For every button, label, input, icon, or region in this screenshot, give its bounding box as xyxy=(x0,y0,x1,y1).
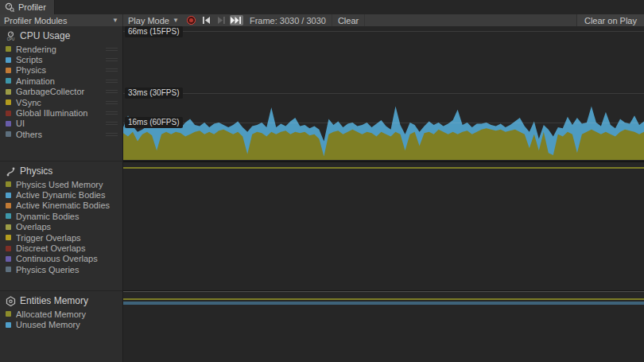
legend-item-allocated-memory[interactable]: Allocated Memory xyxy=(0,309,122,319)
physics-joint-icon xyxy=(5,165,16,177)
legend-item-active-kinematic-bodies[interactable]: Active Kinematic Bodies xyxy=(0,200,122,211)
legend-swatch xyxy=(6,213,11,219)
unused-memory-band xyxy=(123,302,644,305)
legend-label: Active Kinematic Bodies xyxy=(16,200,119,210)
legend-label: Physics Queries xyxy=(16,265,119,274)
legend-value-dashes xyxy=(106,133,119,136)
legend-swatch xyxy=(6,68,11,73)
legend-item-trigger-overlaps[interactable]: Trigger Overlaps xyxy=(0,232,122,243)
physics-chart[interactable] xyxy=(123,162,644,291)
record-icon xyxy=(187,16,196,25)
step-forward-icon xyxy=(217,17,226,24)
module-title: Entities Memory xyxy=(20,295,88,306)
first-frame-button[interactable] xyxy=(200,15,213,25)
legend-label: Discreet Overlaps xyxy=(16,243,119,253)
next-frame-button[interactable] xyxy=(215,15,228,25)
chevron-down-icon: ▼ xyxy=(173,18,179,24)
legend-item-ui[interactable]: UI xyxy=(0,119,122,129)
clear-button[interactable]: Clear xyxy=(332,14,365,26)
module-sidebar: CPUCPU UsageRenderingScriptsPhysicsAnima… xyxy=(0,26,123,362)
legend-swatch xyxy=(6,121,11,127)
legend-value-dashes xyxy=(106,111,119,115)
legend-swatch xyxy=(6,256,11,262)
legend-label: Trigger Overlaps xyxy=(16,233,119,243)
legend-label: UI xyxy=(16,119,106,128)
gridline-label-16ms: 16ms (60FPS) xyxy=(125,117,183,128)
legend-item-continuous-overlaps[interactable]: Continuous Overlaps xyxy=(0,254,122,264)
legend-label: Overlaps xyxy=(16,222,119,232)
legend-item-global-illumination[interactable]: Global Illumination xyxy=(0,107,122,118)
legend-swatch xyxy=(6,193,11,198)
chart-area: 66ms (15FPS)33ms (30FPS)16ms (60FPS) xyxy=(123,26,644,362)
legend-label: Allocated Memory xyxy=(16,309,119,319)
legend-value-dashes xyxy=(106,101,119,104)
legend-label: Scripts xyxy=(16,55,106,64)
legend-swatch xyxy=(6,99,11,105)
legend-swatch xyxy=(6,46,11,52)
legend-item-overlaps[interactable]: Overlaps xyxy=(0,222,122,232)
tab-profiler[interactable]: Profiler xyxy=(0,0,55,14)
module-title: CPU Usage xyxy=(20,30,70,41)
play-mode-label: Play Mode xyxy=(128,16,169,25)
legend-item-garbagecollector[interactable]: GarbageCollector xyxy=(0,87,122,97)
legend-label: Animation xyxy=(16,76,106,86)
legend-value-dashes xyxy=(106,122,119,125)
legend-item-active-dynamic-bodies[interactable]: Active Dynamic Bodies xyxy=(0,189,122,200)
entities-memory-icon xyxy=(5,295,16,306)
gridline-label-66ms: 66ms (15FPS) xyxy=(125,26,183,37)
profiler-icon xyxy=(4,2,15,13)
gridline-label-33ms: 33ms (30FPS) xyxy=(125,88,183,99)
legend-swatch xyxy=(6,111,11,116)
skip-to-last-icon xyxy=(231,17,242,24)
legend-swatch xyxy=(6,235,11,240)
gridline-33ms xyxy=(123,93,644,94)
legend-value-dashes xyxy=(106,90,119,93)
legend-item-animation[interactable]: Animation xyxy=(0,76,122,86)
module-header-physics[interactable]: Physics xyxy=(0,162,122,179)
frame-counter: Frame: 3030 / 3030 xyxy=(244,16,332,25)
legend-label: Physics Used Memory xyxy=(16,180,119,189)
legend-item-scripts[interactable]: Scripts xyxy=(0,54,122,64)
legend-label: Dynamic Bodies xyxy=(16,212,119,221)
clear-on-play-button[interactable]: Clear on Play xyxy=(576,14,644,26)
legend-swatch xyxy=(6,322,11,328)
legend-swatch xyxy=(6,203,11,208)
module-physics: PhysicsPhysics Used MemoryActive Dynamic… xyxy=(0,161,122,290)
legend-item-dynamic-bodies[interactable]: Dynamic Bodies xyxy=(0,211,122,221)
legend-item-discreet-overlaps[interactable]: Discreet Overlaps xyxy=(0,243,122,253)
record-button[interactable] xyxy=(184,15,198,25)
profiler-window: Profiler Profiler Modules ▼ Play Mode ▼ xyxy=(0,0,644,362)
legend-item-unused-memory[interactable]: Unused Memory xyxy=(0,319,122,329)
legend-label: GarbageCollector xyxy=(16,87,106,96)
svg-text:CPU: CPU xyxy=(6,37,14,41)
entities-memory-chart[interactable] xyxy=(123,291,644,362)
legend-swatch xyxy=(6,89,11,95)
module-header-entities[interactable]: Entities Memory xyxy=(0,291,122,309)
legend-value-dashes xyxy=(106,58,119,61)
gridline-66ms xyxy=(123,31,644,32)
legend-label: Physics xyxy=(16,65,106,75)
toolbar: Profiler Modules ▼ Play Mode ▼ xyxy=(0,14,644,27)
tab-bar: Profiler xyxy=(0,0,644,15)
legend-swatch xyxy=(6,78,11,84)
legend-item-rendering[interactable]: Rendering xyxy=(0,44,122,54)
legend-swatch xyxy=(6,246,11,251)
legend-item-physics[interactable]: Physics xyxy=(0,65,122,76)
legend-value-dashes xyxy=(106,80,119,83)
current-frame-button[interactable] xyxy=(230,15,243,25)
play-mode-dropdown[interactable]: Play Mode ▼ xyxy=(123,14,184,26)
legend-item-physics-queries[interactable]: Physics Queries xyxy=(0,264,122,274)
skip-to-first-icon xyxy=(202,17,211,24)
legend-label: Unused Memory xyxy=(16,320,119,329)
module-header-cpu[interactable]: CPUCPU Usage xyxy=(0,26,122,44)
legend-item-others[interactable]: Others xyxy=(0,129,122,139)
legend-value-dashes xyxy=(106,68,119,72)
legend-swatch xyxy=(6,131,11,137)
legend-item-vsync[interactable]: VSync xyxy=(0,97,122,107)
cpu-usage-chart[interactable]: 66ms (15FPS)33ms (30FPS)16ms (60FPS) xyxy=(123,26,644,162)
profiler-modules-dropdown[interactable]: Profiler Modules ▼ xyxy=(0,14,123,26)
legend-label: VSync xyxy=(16,98,106,107)
legend-label: Continuous Overlaps xyxy=(16,254,119,263)
legend-label: Rendering xyxy=(16,45,106,54)
legend-item-physics-used-memory[interactable]: Physics Used Memory xyxy=(0,179,122,189)
